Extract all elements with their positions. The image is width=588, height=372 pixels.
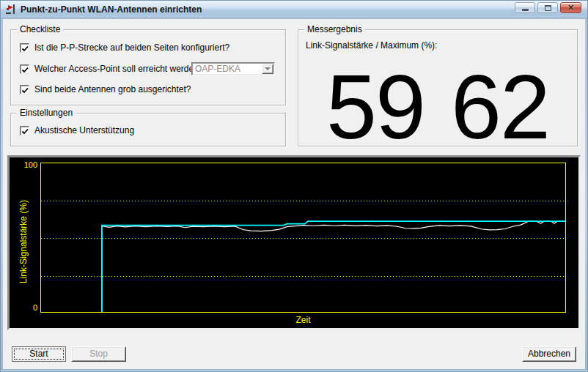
groupbox-checkliste-title: Checkliste	[17, 24, 63, 34]
checkbox-row-pp-strecke: Ist die P-P-Strecke auf beiden Seiten ko…	[20, 42, 229, 53]
app-icon	[5, 4, 17, 15]
signal-chart-panel: 100 0 Link-Signalstärke (%) Zeit	[7, 155, 581, 330]
y-axis-tick-100: 100	[10, 160, 37, 169]
checkbox-access-point[interactable]	[20, 64, 29, 74]
signal-value-display: 5962	[298, 59, 577, 155]
checkbox-akustik[interactable]	[20, 126, 29, 135]
chart-series-svg	[41, 163, 565, 312]
window-title: Punkt-zu-Punkt WLAN-Antennen einrichten	[21, 4, 202, 15]
titlebar: Punkt-zu-Punkt WLAN-Antennen einrichten …	[1, 1, 587, 18]
maximize-icon	[545, 5, 551, 11]
plot-area	[40, 163, 566, 313]
y-axis-tick-0: 0	[10, 303, 37, 312]
check-icon	[21, 65, 30, 75]
signal-current-value: 59	[326, 56, 425, 157]
checkbox-access-point-label[interactable]: Welcher Access-Point soll erreicht werde…	[34, 64, 204, 74]
client-area: Checkliste Ist die P-P-Strecke auf beide…	[3, 19, 585, 369]
checkbox-pp-strecke-label[interactable]: Ist die P-P-Strecke auf beiden Seiten ko…	[34, 42, 229, 53]
groupbox-checkliste: Checkliste Ist die P-P-Strecke auf beide…	[10, 29, 286, 105]
groupbox-messergebnis: Messergebnis Link-Signalstärke / Maximum…	[298, 29, 578, 146]
access-point-select[interactable]: OAP-EDKA	[191, 62, 275, 75]
checkbox-akustik-label[interactable]: Akustische Unterstützung	[34, 125, 134, 135]
start-button[interactable]: Start	[12, 346, 66, 362]
checkbox-row-access-point: Welcher Access-Point soll erreicht werde…	[20, 64, 204, 74]
y-axis-title: Link-Signalstärke (%)	[18, 200, 29, 283]
checkbox-antennen-label[interactable]: Sind beide Antennen grob ausgerichtet?	[34, 84, 191, 94]
caption-buttons: ✕	[515, 2, 581, 13]
groupbox-einstellungen-title: Einstellungen	[17, 108, 76, 118]
series-line-link-signalst-rke	[102, 221, 565, 312]
signal-maximum-value: 62	[451, 56, 549, 157]
checkbox-row-antennen: Sind beide Antennen grob ausgerichtet?	[20, 84, 191, 94]
groupbox-messergebnis-title: Messergebnis	[304, 24, 365, 34]
combobox-dropdown-button[interactable]	[262, 64, 273, 74]
check-icon	[21, 86, 30, 95]
checkbox-antennen[interactable]	[20, 85, 29, 94]
access-point-select-value: OAP-EDKA	[192, 64, 262, 74]
chart-inner: 100 0 Link-Signalstärke (%) Zeit	[10, 157, 578, 328]
checkbox-pp-strecke[interactable]	[20, 43, 29, 53]
maximize-button[interactable]	[537, 2, 558, 13]
minimize-icon	[522, 9, 529, 11]
close-icon: ✕	[567, 4, 574, 12]
groupbox-einstellungen: Einstellungen Akustische Unterstützung	[10, 113, 286, 146]
check-icon	[21, 127, 30, 136]
chevron-down-icon	[265, 67, 271, 70]
series-line-maximum	[102, 221, 565, 312]
minimize-button[interactable]	[515, 2, 535, 13]
checkbox-row-akustik: Akustische Unterstützung	[20, 125, 134, 135]
cancel-button[interactable]: Abbrechen	[522, 346, 576, 362]
x-axis-title: Zeit	[40, 315, 566, 325]
app-window: Punkt-zu-Punkt WLAN-Antennen einrichten …	[0, 0, 588, 372]
close-button[interactable]: ✕	[560, 2, 581, 13]
check-icon	[21, 44, 30, 53]
stop-button[interactable]: Stop	[71, 346, 126, 362]
signal-maximum-caption: Link-Signalstärke / Maximum (%):	[306, 40, 437, 51]
